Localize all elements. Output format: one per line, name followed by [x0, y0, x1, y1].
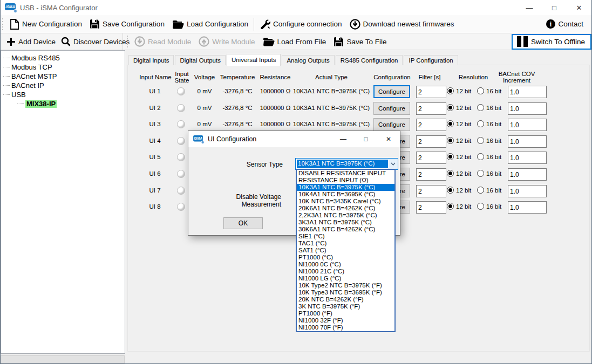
dialog-minimize-button[interactable]: —	[332, 131, 355, 147]
cov-increment-input[interactable]	[508, 86, 547, 98]
dropdown-item[interactable]: 30K6A1 NTC B=4262K (°C)	[297, 226, 394, 233]
dropdown-item[interactable]: SIE1 (°C)	[297, 233, 394, 240]
combo-dropdown-button[interactable]	[388, 159, 398, 169]
radio-16bit[interactable]	[477, 104, 484, 111]
dropdown-item[interactable]: NI1000 70F (°F)	[297, 324, 394, 331]
filter-input[interactable]	[416, 185, 446, 197]
dropdown-item[interactable]: 2,2K3A1 NTC B=3975K (°C)	[297, 212, 394, 219]
radio-16bit[interactable]	[477, 120, 484, 127]
dropdown-item[interactable]: 3K NTC B=3975K (°F)	[297, 303, 394, 310]
resolution-12bit-option[interactable]: 12 bit	[447, 187, 471, 194]
input-state-indicator	[177, 153, 185, 161]
resolution-12bit-option[interactable]: 12 bit	[447, 137, 471, 144]
filter-input[interactable]	[416, 102, 446, 115]
radio-12bit[interactable]	[447, 120, 454, 127]
filter-input[interactable]	[416, 119, 446, 131]
dropdown-item[interactable]: DISABLE RESISTANCE INPUT	[297, 170, 394, 177]
radio-16bit[interactable]	[477, 153, 484, 160]
dropdown-item[interactable]: NI1000 0C (°C)	[297, 261, 394, 268]
dropdown-item[interactable]: SAT1 (°C)	[297, 247, 394, 254]
filter-input[interactable]	[416, 168, 446, 181]
cov-increment-input[interactable]	[508, 119, 547, 131]
resolution-16bit-option[interactable]: 16 bit	[477, 187, 501, 194]
radio-12bit-label: 12 bit	[456, 203, 471, 210]
dropdown-item[interactable]: 10K3A1 NTC B=3975K (°C)	[297, 184, 394, 191]
cov-increment-input[interactable]	[508, 201, 547, 214]
filter-input[interactable]	[416, 86, 446, 98]
dropdown-item[interactable]: NI1000 LG (°C)	[297, 275, 394, 282]
sensor-type-combobox[interactable]: 10K3A1 NTC B=3975K (°C)	[295, 158, 398, 170]
dialog-maximize-button[interactable]: □	[355, 131, 377, 147]
resolution-12bit-option[interactable]: 12 bit	[447, 203, 471, 210]
cov-increment-input[interactable]	[508, 185, 547, 197]
sensor-type-dropdown-list: DISABLE RESISTANCE INPUTRESISTANCE INPUT…	[296, 169, 396, 332]
resolution-12bit-option[interactable]: 12 bit	[447, 104, 471, 111]
resolution-16bit-option[interactable]: 16 bit	[477, 87, 501, 94]
resolution-16bit-option[interactable]: 16 bit	[477, 137, 501, 144]
dropdown-item[interactable]: 10K Type2 NTC B=3975K (°F)	[297, 282, 394, 289]
cov-increment-input[interactable]	[508, 135, 547, 148]
radio-12bit[interactable]	[447, 104, 454, 111]
radio-16bit[interactable]	[477, 137, 484, 144]
dropdown-item[interactable]: TAC1 (°C)	[297, 240, 394, 247]
resolution-16bit-option[interactable]: 16 bit	[477, 120, 501, 127]
resolution-16bit-option[interactable]: 16 bit	[477, 104, 501, 111]
radio-12bit[interactable]	[447, 187, 454, 194]
dropdown-item[interactable]: RESISTANCE INPUT (Ω)	[297, 177, 394, 184]
dropdown-item[interactable]: 10K NTC B=3435K Carel (°C)	[297, 198, 394, 205]
dropdown-item[interactable]: 3K3A1 NTC B=3975K (°C)	[297, 219, 394, 226]
resolution-16bit-option[interactable]: 16 bit	[477, 203, 501, 210]
input-state-indicator	[177, 203, 185, 211]
radio-16bit[interactable]	[477, 187, 484, 194]
filter-input[interactable]	[416, 201, 446, 214]
radio-16bit-label: 16 bit	[486, 203, 501, 210]
dropdown-item[interactable]: 20K NTC B=4262K (°F)	[297, 296, 394, 303]
radio-12bit[interactable]	[447, 170, 454, 177]
dropdown-item[interactable]: PT1000 (°F)	[297, 310, 394, 317]
filter-input[interactable]	[416, 152, 446, 164]
resolution-12bit-option[interactable]: 12 bit	[447, 153, 471, 160]
input-state-indicator	[177, 187, 185, 195]
dropdown-item[interactable]: PT1000 (°C)	[297, 254, 394, 261]
radio-12bit[interactable]	[447, 203, 454, 210]
dropdown-item[interactable]: 10K Type3 NTC B=3695K (°F)	[297, 289, 394, 296]
configure-button[interactable]: Configure	[373, 118, 410, 131]
resolution-16bit-option[interactable]: 16 bit	[477, 170, 501, 177]
actual-type-value: 10K3A1 NTC B=3975K (°C)	[279, 121, 384, 127]
dropdown-item[interactable]: 10K4A1 NTC B=3695K (°C)	[297, 191, 394, 198]
resolution-12bit-option[interactable]: 12 bit	[447, 120, 471, 127]
cov-increment-input[interactable]	[508, 168, 547, 181]
dropdown-item[interactable]: NI1000 21C (°C)	[297, 268, 394, 275]
radio-12bit[interactable]	[447, 153, 454, 160]
ok-button[interactable]: OK	[223, 217, 263, 229]
radio-12bit[interactable]	[447, 87, 454, 94]
configure-button[interactable]: Configure	[373, 102, 410, 115]
chevron-down-icon	[391, 162, 396, 166]
sensor-type-label: Sensor Type	[245, 161, 283, 168]
actual-type-value: 10K3A1 NTC B=3975K (°C)	[279, 105, 384, 111]
resolution-12bit-option[interactable]: 12 bit	[447, 87, 471, 94]
input-name-value: UI 5	[139, 154, 171, 160]
configure-button[interactable]: Configure	[373, 85, 410, 98]
radio-16bit[interactable]	[477, 203, 484, 210]
resolution-16bit-option[interactable]: 16 bit	[477, 153, 501, 160]
sensor-type-value: 10K3A1 NTC B=3975K (°C)	[297, 160, 388, 168]
radio-16bit[interactable]	[477, 170, 484, 177]
input-name-value: UI 6	[139, 170, 171, 177]
radio-16bit[interactable]	[477, 87, 484, 94]
dropdown-item[interactable]: 20K6A1 NTC B=4262K (°C)	[297, 205, 394, 212]
input-name-value: UI 8	[139, 203, 171, 210]
resolution-12bit-option[interactable]: 12 bit	[447, 170, 471, 177]
radio-16bit-label: 16 bit	[486, 121, 501, 127]
radio-16bit-label: 16 bit	[486, 170, 501, 177]
cov-increment-input[interactable]	[508, 102, 547, 115]
radio-12bit-label: 12 bit	[456, 105, 471, 111]
cov-increment-input[interactable]	[508, 152, 547, 164]
radio-16bit-label: 16 bit	[486, 88, 501, 94]
radio-12bit[interactable]	[447, 137, 454, 144]
dialog-close-button[interactable]: ✕	[377, 131, 400, 147]
dialog-title: UI Configuration	[208, 135, 256, 143]
dropdown-item[interactable]: NI1000 32F (°F)	[297, 317, 394, 324]
filter-input[interactable]	[416, 135, 446, 148]
actual-type-value: 10K3A1 NTC B=3975K (°C)	[279, 88, 384, 94]
